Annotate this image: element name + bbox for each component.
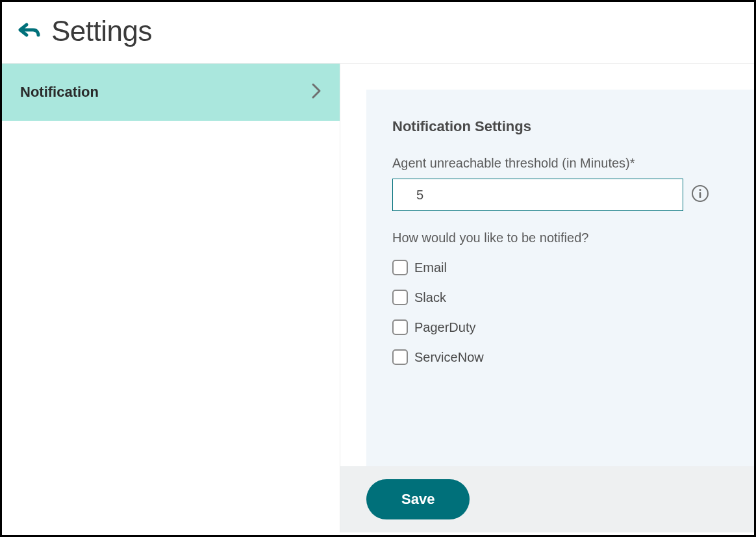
panel-title: Notification Settings: [392, 118, 728, 135]
threshold-label: Agent unreachable threshold (in Minutes)…: [392, 156, 728, 171]
sidebar-item-label: Notification: [20, 84, 99, 101]
checkbox-email[interactable]: [392, 260, 408, 275]
threshold-input-row: [392, 179, 728, 211]
chevron-right-icon: [311, 82, 321, 102]
checkbox-label: PagerDuty: [414, 320, 476, 335]
checkbox-row-slack: Slack: [392, 290, 728, 305]
checkbox-label: Email: [414, 260, 447, 275]
notify-question: How would you like to be notified?: [392, 231, 728, 245]
sidebar: Notification: [2, 63, 340, 532]
checkbox-pagerduty[interactable]: [392, 319, 408, 335]
checkbox-row-servicenow: ServiceNow: [392, 349, 728, 365]
threshold-input[interactable]: [392, 179, 683, 211]
svg-rect-2: [699, 192, 701, 198]
notification-settings-panel: Notification Settings Agent unreachable …: [366, 90, 754, 466]
footer: Save: [340, 466, 754, 532]
checkbox-label: ServiceNow: [414, 350, 484, 365]
content: Notification Settings Agent unreachable …: [340, 63, 754, 532]
info-icon[interactable]: [691, 184, 709, 205]
back-arrow-icon[interactable]: [15, 21, 41, 42]
header: Settings: [2, 2, 754, 63]
sidebar-item-notification[interactable]: Notification: [2, 64, 340, 121]
checkbox-row-pagerduty: PagerDuty: [392, 319, 728, 335]
checkbox-label: Slack: [414, 290, 446, 305]
save-button[interactable]: Save: [366, 479, 470, 519]
checkbox-servicenow[interactable]: [392, 349, 408, 365]
main: Notification Notification Settings Agent…: [2, 63, 754, 532]
svg-point-1: [699, 189, 701, 191]
checkbox-slack[interactable]: [392, 290, 408, 305]
checkbox-row-email: Email: [392, 260, 728, 275]
page-title: Settings: [51, 15, 152, 47]
